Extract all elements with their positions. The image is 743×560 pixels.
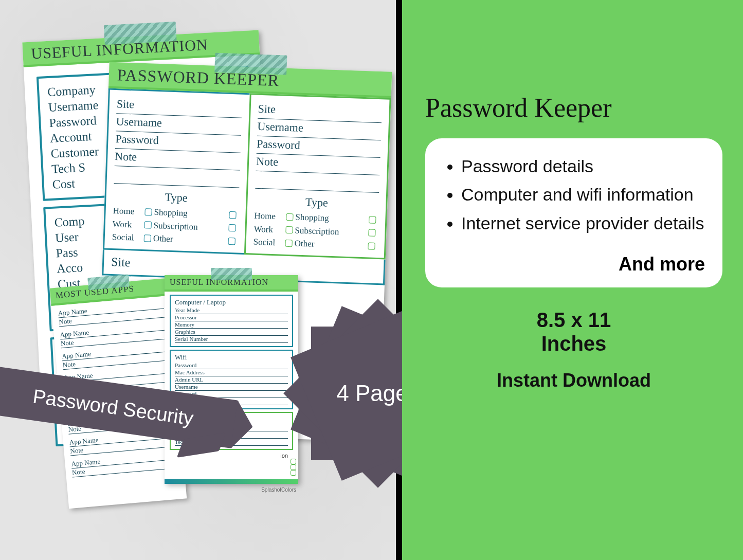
page4-checkbox-row <box>165 464 298 470</box>
page4-checkbox-row <box>165 470 298 476</box>
feature-card: Password details Computer and wifi infor… <box>425 138 722 287</box>
pw-entry-left: SiteUsernamePasswordNoteTypeHomeShopping… <box>103 88 250 255</box>
checkbox-icon[interactable] <box>144 222 151 229</box>
washi-tape-icon <box>211 268 252 280</box>
dimensions-label: 8.5 x 11 Inches <box>425 308 722 355</box>
washi-tape-icon <box>214 53 287 75</box>
product-promo-graphic: USEFUL INFORMATION Company Username Pass… <box>0 0 743 560</box>
info-section: Computer / LaptopYear MadeProcessorMemor… <box>170 295 293 347</box>
field-label: Username <box>175 384 288 391</box>
field-label: Year Made <box>175 307 288 314</box>
field-label: Mac Address <box>175 369 288 376</box>
instant-download-label: Instant Download <box>425 370 722 391</box>
vertical-divider <box>396 0 402 560</box>
checkbox-icon[interactable] <box>144 208 152 215</box>
checkbox-icon[interactable] <box>228 224 235 231</box>
checkbox-icon[interactable] <box>144 234 151 242</box>
field-label: Memory <box>175 321 288 329</box>
page4-checkbox-row <box>165 459 298 464</box>
checkbox-icon[interactable] <box>229 211 236 219</box>
feature-item: Internet service provider details <box>461 211 705 236</box>
washi-tape-icon <box>104 22 177 45</box>
field-label: Processor <box>175 314 288 321</box>
brand-label: SplashofColors <box>165 487 298 493</box>
gradient-bar <box>165 479 298 484</box>
field-label: Password <box>175 362 288 369</box>
checkbox-icon[interactable] <box>368 243 375 250</box>
checkbox-icon[interactable] <box>285 226 293 233</box>
app-entry: App NameNote <box>71 451 178 478</box>
field-label: Serial Number <box>175 336 288 343</box>
and-more-label: And more <box>443 254 705 275</box>
info-panel: Password Keeper Password details Compute… <box>402 0 743 560</box>
checkbox-icon[interactable] <box>368 229 375 237</box>
checkbox-icon[interactable] <box>369 216 376 223</box>
product-title: Password Keeper <box>425 93 722 123</box>
field-label: Graphics <box>175 329 288 336</box>
section-heading: Wifi <box>175 353 288 362</box>
feature-item: Password details <box>461 154 705 179</box>
feature-item: Computer and wifi information <box>461 182 705 207</box>
checkbox-icon[interactable] <box>286 213 293 220</box>
left-collage-area: USEFUL INFORMATION Company Username Pass… <box>0 0 396 560</box>
feature-list: Password details Computer and wifi infor… <box>443 154 705 236</box>
ribbon-label: Password Security <box>31 385 195 429</box>
checkbox-icon[interactable] <box>228 238 235 245</box>
pw-entry-right: SiteUsernamePasswordNoteTypeHomeShopping… <box>244 93 391 260</box>
section-heading: Computer / Laptop <box>175 298 288 306</box>
field-label: Admin URL <box>175 376 288 384</box>
checkbox-icon[interactable] <box>285 240 292 247</box>
